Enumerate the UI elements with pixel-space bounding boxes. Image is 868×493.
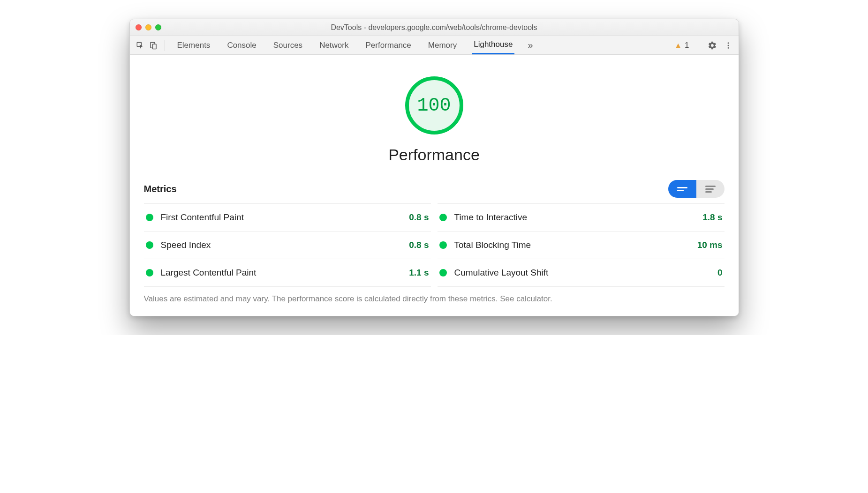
metric-value: 1.1 s: [409, 268, 429, 278]
view-toggle-expanded[interactable]: [696, 180, 725, 198]
metric-tti[interactable]: Time to Interactive 1.8 s: [438, 203, 725, 231]
metrics-heading: Metrics: [144, 184, 177, 194]
footnote-text: Values are estimated and may vary. The: [144, 294, 288, 303]
metrics-grid: First Contentful Paint 0.8 s Time to Int…: [144, 203, 725, 287]
metric-value: 0.8 s: [409, 240, 429, 250]
tab-lighthouse[interactable]: Lighthouse: [472, 36, 514, 54]
metrics-view-toggle: [668, 180, 725, 198]
tab-console[interactable]: Console: [225, 36, 258, 54]
footnote-text: directly from these metrics.: [400, 294, 500, 303]
metric-value: 0.8 s: [409, 212, 429, 223]
status-dot-icon: [146, 214, 153, 221]
devtools-window: DevTools - developers.google.com/web/too…: [129, 19, 739, 316]
metric-tbt[interactable]: Total Blocking Time 10 ms: [438, 231, 725, 259]
metric-label: Cumulative Layout Shift: [454, 268, 549, 278]
inspect-element-icon[interactable]: [135, 40, 146, 51]
svg-point-4: [727, 45, 729, 46]
tab-network[interactable]: Network: [317, 36, 350, 54]
toolbar-separator: [165, 40, 165, 51]
tab-performance[interactable]: Performance: [363, 36, 413, 54]
see-calculator-link[interactable]: See calculator.: [500, 294, 552, 303]
settings-icon[interactable]: [707, 40, 718, 51]
tab-sources[interactable]: Sources: [272, 36, 304, 54]
window-title: DevTools - developers.google.com/web/too…: [130, 23, 739, 32]
metric-label: First Contentful Paint: [161, 212, 244, 223]
tab-elements[interactable]: Elements: [175, 36, 212, 54]
metrics-footnote: Values are estimated and may vary. The p…: [144, 294, 725, 304]
warning-count: 1: [685, 41, 689, 50]
devtools-toolbar: Elements Console Sources Network Perform…: [130, 36, 739, 55]
score-gauge: 100 Performance: [144, 76, 725, 164]
performance-score-circle: 100: [405, 76, 463, 134]
status-dot-icon: [439, 241, 447, 249]
metric-si[interactable]: Speed Index 0.8 s: [144, 231, 431, 259]
metrics-header: Metrics: [144, 180, 725, 198]
status-dot-icon: [439, 214, 447, 221]
more-tabs-icon[interactable]: »: [528, 40, 533, 51]
metric-value: 10 ms: [697, 240, 723, 250]
svg-rect-2: [152, 44, 156, 49]
category-title: Performance: [388, 146, 480, 164]
toolbar-separator: [698, 40, 698, 51]
issues-badge[interactable]: ▲ 1: [674, 41, 689, 50]
svg-point-5: [727, 47, 729, 48]
more-options-icon[interactable]: [723, 40, 734, 51]
status-dot-icon: [146, 269, 153, 276]
status-dot-icon: [146, 241, 153, 249]
warning-icon: ▲: [674, 41, 682, 50]
metric-value: 1.8 s: [702, 212, 722, 223]
compact-lines-icon: [677, 187, 687, 191]
expanded-lines-icon: [705, 186, 716, 193]
metric-label: Time to Interactive: [454, 212, 528, 223]
metric-fcp[interactable]: First Contentful Paint 0.8 s: [144, 203, 431, 231]
metric-label: Speed Index: [161, 240, 211, 250]
panel-tabs: Elements Console Sources Network Perform…: [175, 36, 515, 54]
titlebar: DevTools - developers.google.com/web/too…: [130, 19, 739, 36]
device-toolbar-icon[interactable]: [148, 40, 159, 51]
metric-label: Total Blocking Time: [454, 240, 531, 250]
view-toggle-compact[interactable]: [668, 180, 696, 198]
performance-score-value: 100: [417, 95, 451, 116]
metric-label: Largest Contentful Paint: [161, 268, 257, 278]
metric-cls[interactable]: Cumulative Layout Shift 0: [438, 259, 725, 287]
metric-lcp[interactable]: Largest Contentful Paint 1.1 s: [144, 259, 431, 287]
metric-value: 0: [717, 268, 723, 278]
svg-point-3: [727, 42, 729, 44]
tab-memory[interactable]: Memory: [426, 36, 459, 54]
lighthouse-panel: 100 Performance Metrics First Contentful…: [130, 55, 739, 316]
score-calc-link[interactable]: performance score is calculated: [288, 294, 400, 303]
status-dot-icon: [439, 269, 447, 276]
